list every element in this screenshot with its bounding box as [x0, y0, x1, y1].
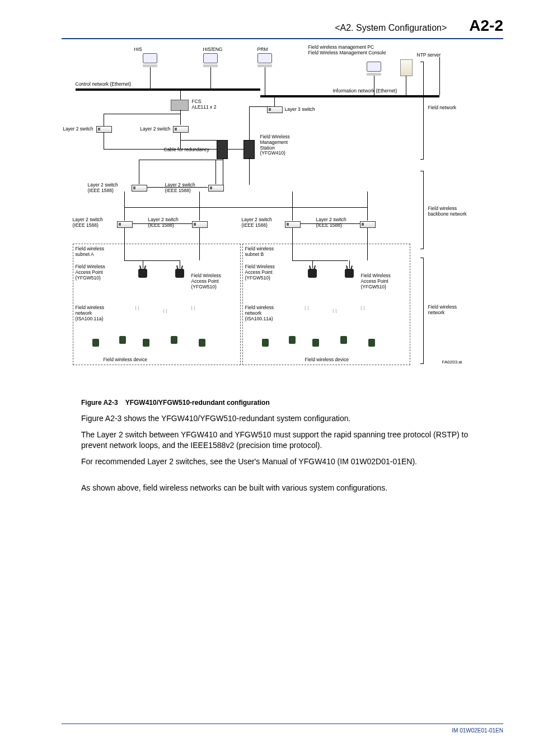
label-fw-device-2: Field wireless device	[305, 357, 349, 363]
label-fw-net-2: Field wireless network (ISA100.11a)	[245, 305, 274, 321]
paragraph: For recommended Layer 2 switches, see th…	[81, 456, 484, 467]
label-hiseng: HIS/ENG	[203, 47, 223, 53]
page-footer: IM 01W02E01-01EN	[62, 724, 503, 734]
label-subnetB: Field wireless subnet B	[245, 246, 274, 258]
label-cable-redund: Cable for redundancy	[164, 147, 209, 153]
label-ap-1: Field Wireless Access Point (YFGW510)	[76, 264, 105, 281]
page-header: <A2. System Configuration> A2-2	[62, 17, 503, 39]
label-l2-ieee-5: Layer 2 switch (IEEE 1588)	[242, 217, 272, 228]
paragraph: As shown above, field wireless networks …	[81, 483, 484, 493]
paragraph: Figure A2-3 shows the YFGW410/YFGW510-re…	[81, 413, 484, 424]
label-ap-2: Field Wireless Access Point (YFGW510)	[191, 273, 221, 290]
section-label: <A2. System Configuration>	[335, 23, 447, 33]
doc-id: IM 01W02E01-01EN	[452, 727, 503, 734]
label-ntp: NTP server	[417, 53, 441, 58]
label-mgmt-console: Field Wireless Management Console	[308, 50, 386, 56]
label-backbone: Field wireless backbone network	[428, 206, 467, 217]
label-fw-net-1: Field wireless network (ISA100.11a)	[76, 305, 105, 321]
page-number: A2-2	[469, 17, 503, 35]
label-subnetA: Field wireless subnet A	[76, 246, 105, 258]
label-info-net: Information network (Ethernet)	[333, 88, 397, 94]
label-l2-ieee-1: Layer 2 switch (IEEE 1588)	[88, 183, 118, 194]
label-wireless-net: Field wireless network	[428, 305, 457, 316]
label-mgmt-station: Field Wireless Management Station (YFGW4…	[260, 134, 290, 156]
label-fw-device-1: Field wireless device	[104, 357, 147, 363]
label-l2switch-2: Layer 2 switch	[137, 127, 171, 132]
figure-title: YFGW410/YFGW510-redundant configuration	[125, 399, 270, 407]
label-l2switch-1: Layer 2 switch	[60, 127, 93, 132]
label-l2-ieee-4: Layer 2 switch (IEEE 1588)	[148, 217, 179, 228]
label-control-net: Control network (Ethernet)	[76, 82, 132, 87]
system-diagram: HIS HIS/ENG PRM Field wireless managemen…	[70, 45, 495, 392]
label-l3switch: Layer 3 switch	[285, 107, 315, 113]
label-prm: PRM	[257, 47, 268, 53]
label-ap-4: Field Wireless Access Point (YFGW510)	[361, 273, 391, 290]
figure-caption: Figure A2-3 YFGW410/YFGW510-redundant co…	[81, 399, 503, 407]
label-his: HIS	[134, 47, 142, 53]
label-fcs: FCS ALE111 x 2	[192, 99, 217, 110]
label-ap-3: Field Wireless Access Point (YFGW510)	[245, 264, 275, 281]
label-l2-ieee-3: Layer 2 switch (IEEE 1588)	[73, 217, 103, 228]
label-l2-ieee-6: Layer 2 switch (IEEE 1588)	[316, 217, 346, 228]
paragraph: The Layer 2 switch between YFGW410 and Y…	[81, 430, 484, 451]
figure-number: Figure A2-3	[81, 399, 118, 407]
label-field-network: Field network	[428, 105, 457, 111]
figure-ref: FA0203.ai	[442, 360, 462, 365]
label-l2-ieee-2: Layer 2 switch (IEEE 1588)	[165, 183, 195, 194]
